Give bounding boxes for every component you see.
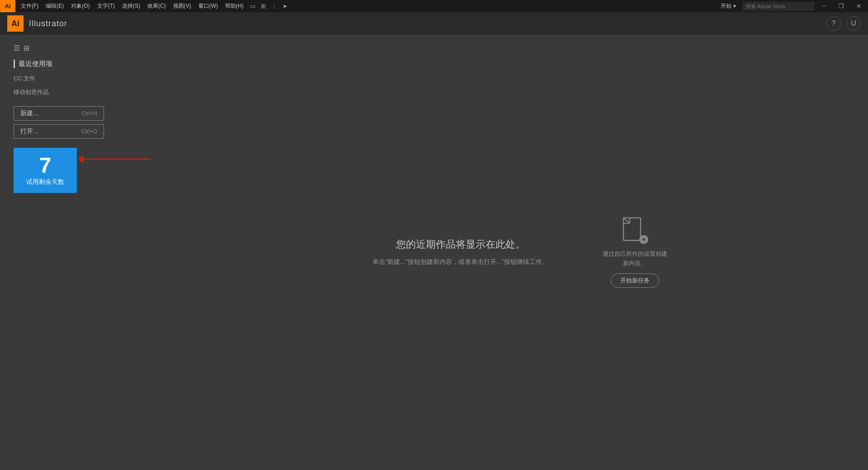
empty-state: 您的近期作品将显示在此处。 单击"新建..."按钮创建新内容，或者单击打开...… xyxy=(373,238,548,267)
kaishi-chevron: ▼ xyxy=(732,4,737,9)
app-title: Illustrator xyxy=(29,19,67,28)
menu-file[interactable]: 文件(F) xyxy=(17,0,42,12)
menu-effect[interactable]: 效果(C) xyxy=(144,0,170,12)
ai-logo-main: Ai xyxy=(7,15,24,32)
red-arrow-icon xyxy=(79,152,151,166)
app-bar-right: ? U xyxy=(826,16,861,31)
empty-title: 您的近期作品将显示在此处。 xyxy=(396,238,525,251)
doc-icon-container: + xyxy=(621,217,648,244)
toolbar-icon-divider: | xyxy=(269,1,280,12)
right-area: 您的近期作品将显示在此处。 单击"新建..."按钮创建新内容，或者单击打开...… xyxy=(172,35,868,470)
toolbar-icon-arrow[interactable]: ➤ xyxy=(280,1,291,12)
open-button[interactable]: 打开... Ctrl+O xyxy=(14,124,104,139)
new-shortcut: Ctrl+N xyxy=(82,110,97,117)
menu-help[interactable]: 帮助(H) xyxy=(222,0,247,12)
svg-rect-2 xyxy=(623,218,641,240)
cc-files-link[interactable]: CC 文件 xyxy=(14,74,158,84)
empty-subtitle: 单击"新建..."按钮创建新内容，或者单击打开..."按钮继续工作。 xyxy=(373,257,548,267)
trial-text: 试用剩余天数 xyxy=(26,178,64,186)
menu-edit[interactable]: 编辑(E) xyxy=(42,0,67,12)
list-view-icon[interactable]: ☰ xyxy=(14,44,20,52)
menu-text[interactable]: 文字(T) xyxy=(94,0,118,12)
close-button[interactable]: ✕ xyxy=(851,0,866,12)
sidebar: ☰ ⊞ 最近使用项 CC 文件 移动创意作品 新建... Ctrl+N 打开..… xyxy=(0,35,172,470)
view-toggle: ☰ ⊞ xyxy=(14,44,158,52)
svg-line-4 xyxy=(623,218,630,223)
app-bar: Ai Illustrator ? U xyxy=(0,12,868,35)
kaishi-button[interactable]: 开始 ▼ xyxy=(717,1,741,11)
plus-badge: + xyxy=(639,235,648,244)
mobile-works-link[interactable]: 移动创意作品 xyxy=(14,87,158,97)
start-task-button[interactable]: 开始新任务 xyxy=(611,273,659,288)
menu-select[interactable]: 选择(S) xyxy=(118,0,144,12)
new-task-desc: 通过自己所作的设置创建 新内容。 xyxy=(603,249,667,268)
trial-number: 7 xyxy=(39,155,52,176)
user-icon-button[interactable]: U xyxy=(846,16,861,31)
new-task-area: + 通过自己所作的设置创建 新内容。 开始新任务 xyxy=(603,217,667,288)
menu-bar: 文件(F) 编辑(E) 对象(O) 文字(T) 选择(S) 效果(C) 视图(V… xyxy=(15,0,717,12)
grid-view-icon[interactable]: ⊞ xyxy=(24,44,29,52)
open-shortcut: Ctrl+O xyxy=(81,128,97,135)
trial-box[interactable]: 7 试用剩余天数 xyxy=(14,148,77,193)
minimize-button[interactable]: − xyxy=(816,0,832,12)
menu-window[interactable]: 窗口(W) xyxy=(195,0,222,12)
new-button[interactable]: 新建... Ctrl+N xyxy=(14,106,104,121)
title-bar: Ai 文件(F) 编辑(E) 对象(O) 文字(T) 选择(S) 效果(C) 视… xyxy=(0,0,868,12)
ai-logo-small: Ai xyxy=(0,0,15,12)
search-stock-input[interactable] xyxy=(742,2,815,11)
restore-button[interactable]: ❐ xyxy=(834,0,849,12)
main-content: ☰ ⊞ 最近使用项 CC 文件 移动创意作品 新建... Ctrl+N 打开..… xyxy=(0,35,868,470)
toolbar-icon-grid[interactable]: ⊞ xyxy=(258,1,269,12)
menu-object[interactable]: 对象(O) xyxy=(67,0,93,12)
title-bar-right: 开始 ▼ − ❐ ✕ xyxy=(717,0,868,12)
help-icon-button[interactable]: ? xyxy=(826,16,841,31)
toolbar-icon-rect[interactable]: ▭ xyxy=(247,1,258,12)
menu-view[interactable]: 视图(V) xyxy=(170,0,195,12)
recent-label: 最近使用项 xyxy=(14,60,158,68)
